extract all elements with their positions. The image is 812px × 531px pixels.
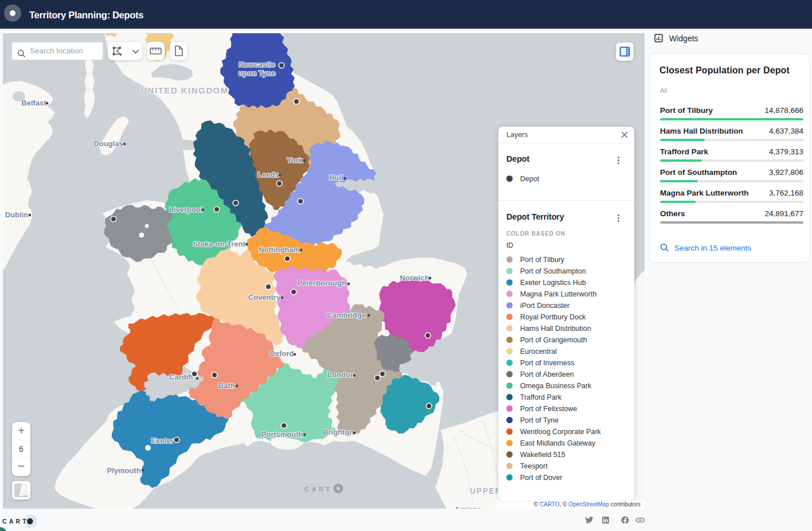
svg-text:Oxford: Oxford xyxy=(270,349,294,358)
svg-text:Amiens: Amiens xyxy=(455,505,482,509)
svg-text:CART: CART xyxy=(304,486,333,493)
svg-text:Bath: Bath xyxy=(218,381,235,390)
svg-text:upon Tyne: upon Tyne xyxy=(239,69,276,77)
svg-text:UNITED KINGDOM: UNITED KINGDOM xyxy=(140,85,229,95)
svg-text:Leeds: Leeds xyxy=(257,170,279,179)
svg-text:Cambridge: Cambridge xyxy=(327,311,366,319)
svg-text:London: London xyxy=(327,370,355,379)
svg-text:Hull: Hull xyxy=(329,173,343,182)
svg-text:Norwich: Norwich xyxy=(400,274,429,282)
svg-text:Cardiff: Cardiff xyxy=(169,373,194,381)
svg-text:Belfast: Belfast xyxy=(21,99,46,107)
svg-text:Plymouth: Plymouth xyxy=(107,466,140,475)
svg-text:Exeter: Exeter xyxy=(151,436,174,445)
svg-text:Douglas: Douglas xyxy=(93,139,123,148)
svg-text:Stoke-on-Trent: Stoke-on-Trent xyxy=(193,240,245,248)
svg-text:UPPER: UPPER xyxy=(470,486,502,495)
svg-text:Brighton: Brighton xyxy=(323,428,354,436)
svg-text:York: York xyxy=(287,156,303,165)
svg-text:Peterborough: Peterborough xyxy=(297,279,346,287)
svg-text:Liverpool: Liverpool xyxy=(169,205,203,214)
svg-text:CART: CART xyxy=(2,518,29,525)
svg-text:Newcastle: Newcastle xyxy=(239,60,275,69)
svg-text:Dublin: Dublin xyxy=(5,210,28,219)
svg-text:Portsmouth: Portsmouth xyxy=(261,430,303,439)
svg-text:Nottingham: Nottingham xyxy=(259,245,300,254)
svg-text:Coventry: Coventry xyxy=(248,293,281,302)
